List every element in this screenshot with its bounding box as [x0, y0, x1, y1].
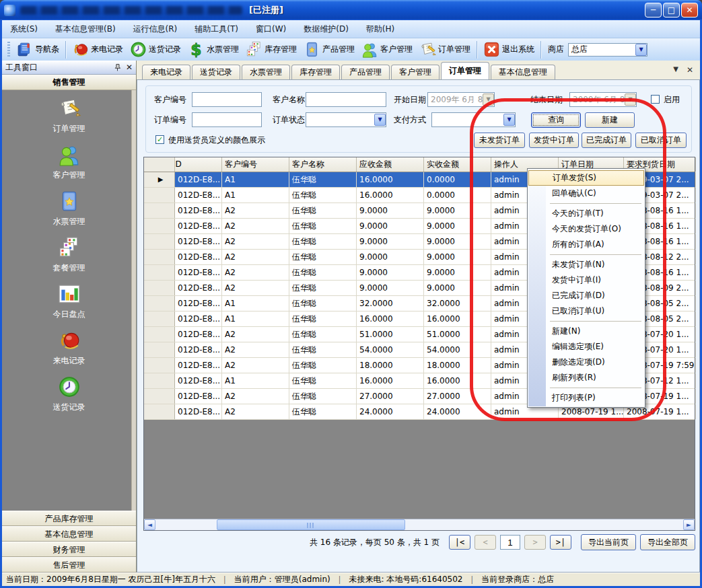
color-display-checkbox[interactable]: ✓	[155, 135, 164, 144]
sidebar-scrollbar[interactable]	[131, 90, 136, 511]
tab[interactable]: 水票管理	[242, 65, 290, 79]
context-menu-item[interactable]: 编辑选定项(E)	[528, 339, 644, 355]
chevron-down-icon[interactable]: ▼	[503, 114, 515, 126]
scroll-right-icon[interactable]: ►	[683, 519, 695, 530]
tab[interactable]: 来电记录	[142, 65, 190, 79]
end-date-value: 2009年 6月 8日	[570, 94, 625, 106]
start-date-picker[interactable]: 2009年 6月 8日 ▼	[427, 92, 495, 107]
toolbar-button-dollar[interactable]: $水票管理	[184, 40, 242, 59]
context-menu-item[interactable]: 回单确认(C)	[528, 186, 644, 201]
tool-window-close-icon[interactable]: ✕	[126, 63, 133, 72]
context-menu-item[interactable]: 发货中订单(I)	[528, 272, 644, 288]
toolbar-button-nav[interactable]: 导航条	[13, 40, 63, 59]
context-menu-item[interactable]: 订单发货(S)	[528, 170, 644, 186]
context-menu-item[interactable]: 所有的订单(A)	[528, 237, 644, 252]
status-filter-cancelled-button[interactable]: 已取消订单	[635, 133, 687, 148]
menu-item[interactable]: 基本信息管理(B)	[55, 24, 116, 35]
grid-column-header[interactable]: 实收金额	[424, 157, 491, 172]
page-number-input[interactable]	[500, 535, 520, 550]
chevron-down-icon[interactable]: ▼	[374, 114, 386, 126]
context-menu-item[interactable]: 今天的发货订单(O)	[528, 221, 644, 237]
sidebar-item[interactable]: 水票管理	[53, 190, 85, 227]
tab[interactable]: 送货记录	[192, 65, 240, 79]
sidebar-section[interactable]: 财务管理	[2, 542, 136, 557]
tab[interactable]: 产品管理	[341, 65, 390, 79]
last-page-button[interactable]: >|	[550, 535, 571, 550]
menu-item[interactable]: 数据维护(D)	[304, 24, 349, 35]
context-menu-item[interactable]: 删除选定项(D)	[528, 355, 644, 370]
tab[interactable]: 基本信息管理	[491, 65, 555, 79]
toolbar-button-call[interactable]: 来电记录	[69, 40, 127, 59]
store-combobox[interactable]: 总店 ▼	[568, 43, 647, 57]
export-current-page-button[interactable]: 导出当前页	[581, 534, 636, 550]
export-all-pages-button[interactable]: 导出全部页	[640, 534, 695, 550]
close-button[interactable]: ✕	[681, 3, 698, 17]
toolbar-button-product[interactable]: 产品管理	[300, 40, 358, 59]
status-filter-shipping-button[interactable]: 发货中订单	[529, 133, 579, 148]
grid-column-header[interactable]	[144, 157, 175, 172]
menu-item[interactable]: 运行信息(R)	[133, 24, 178, 35]
context-menu-item[interactable]: 新建(N)	[528, 324, 644, 339]
toolbar-button-stock[interactable]: 库存管理	[242, 40, 300, 59]
tab-close-icon[interactable]: ✕	[687, 65, 693, 75]
context-menu-item[interactable]: 已取消订单(U)	[528, 303, 644, 319]
table-cell: 54.0000	[424, 342, 491, 357]
query-button[interactable]: 查询	[531, 112, 581, 128]
tab[interactable]: 客户管理	[391, 65, 440, 79]
tab[interactable]: 订单管理	[441, 62, 489, 79]
sidebar-section-sales[interactable]: 销售管理	[2, 75, 136, 90]
context-menu-item[interactable]: 刷新列表(R)	[528, 370, 644, 385]
context-menu-item[interactable]: 未发货订单(N)	[528, 257, 644, 272]
sidebar-item[interactable]: 送货记录	[53, 375, 85, 413]
context-menu-item[interactable]: 已完成订单(D)	[528, 288, 644, 303]
new-button[interactable]: 新建	[585, 112, 635, 128]
context-menu-item[interactable]: 今天的订单(T)	[528, 206, 644, 221]
sidebar-item[interactable]: 订单管理	[53, 97, 85, 135]
customer-code-input[interactable]	[192, 92, 262, 107]
row-indicator	[144, 296, 175, 311]
toolbar-button-order[interactable]: 订单管理	[416, 40, 474, 59]
next-page-button[interactable]: >	[524, 535, 546, 550]
maximize-button[interactable]: □	[663, 3, 680, 17]
sidebar-section[interactable]: 基本信息管理	[2, 526, 136, 542]
grid-column-header[interactable]: 应收金额	[357, 157, 424, 172]
menu-separator	[528, 385, 644, 390]
enable-date-checkbox[interactable]	[651, 95, 660, 104]
minimize-button[interactable]: ─	[645, 3, 662, 17]
row-indicator	[144, 342, 175, 357]
tab-list-dropdown-icon[interactable]: ▼	[673, 65, 678, 75]
order-code-input[interactable]	[192, 112, 262, 127]
menu-item[interactable]: 辅助工具(T)	[195, 24, 238, 35]
end-date-picker[interactable]: 2009年 6月 8日 ▼	[569, 92, 637, 107]
status-filter-unshipped-button[interactable]: 未发货订单	[474, 133, 525, 148]
chevron-down-icon[interactable]: ▼	[635, 44, 647, 56]
sidebar-item[interactable]: 来电记录	[53, 329, 85, 367]
menu-item[interactable]: 窗口(W)	[256, 24, 286, 35]
order-status-combobox[interactable]: ▼	[306, 112, 386, 127]
pin-icon[interactable]	[113, 63, 122, 72]
sidebar-item[interactable]: 套餐管理	[53, 236, 85, 274]
pay-method-combobox[interactable]: ▼	[431, 112, 516, 127]
status-filter-completed-button[interactable]: 已完成订单	[582, 133, 631, 148]
toolbar-grip[interactable]	[7, 42, 10, 58]
sidebar-item[interactable]: 今日盘点	[53, 283, 85, 320]
context-menu-item[interactable]: 打印列表(P)	[528, 390, 644, 406]
scrollbar-thumb[interactable]	[217, 519, 405, 530]
prev-page-button[interactable]: <	[475, 535, 496, 550]
toolbar-button-exit[interactable]: 退出系统	[480, 40, 538, 59]
sidebar-section[interactable]: 产品库存管理	[2, 511, 136, 526]
sidebar-section[interactable]: 售后管理	[2, 557, 136, 573]
toolbar-button-customer[interactable]: 客户管理	[358, 40, 416, 59]
tab[interactable]: 库存管理	[291, 65, 340, 79]
horizontal-scrollbar[interactable]: ◄ ►	[144, 519, 695, 530]
first-page-button[interactable]: |<	[449, 535, 470, 550]
sidebar-item[interactable]: 客户管理	[53, 143, 85, 181]
grid-column-header[interactable]: ID	[175, 157, 222, 172]
grid-column-header[interactable]: 客户名称	[289, 157, 357, 172]
customer-name-input[interactable]	[306, 92, 386, 107]
menu-item[interactable]: 帮助(H)	[366, 24, 394, 35]
menu-item[interactable]: 系统(S)	[10, 24, 38, 35]
scroll-left-icon[interactable]: ◄	[144, 519, 155, 530]
toolbar-button-delivery[interactable]: 送货记录	[127, 40, 184, 59]
grid-column-header[interactable]: 客户编号	[222, 157, 289, 172]
